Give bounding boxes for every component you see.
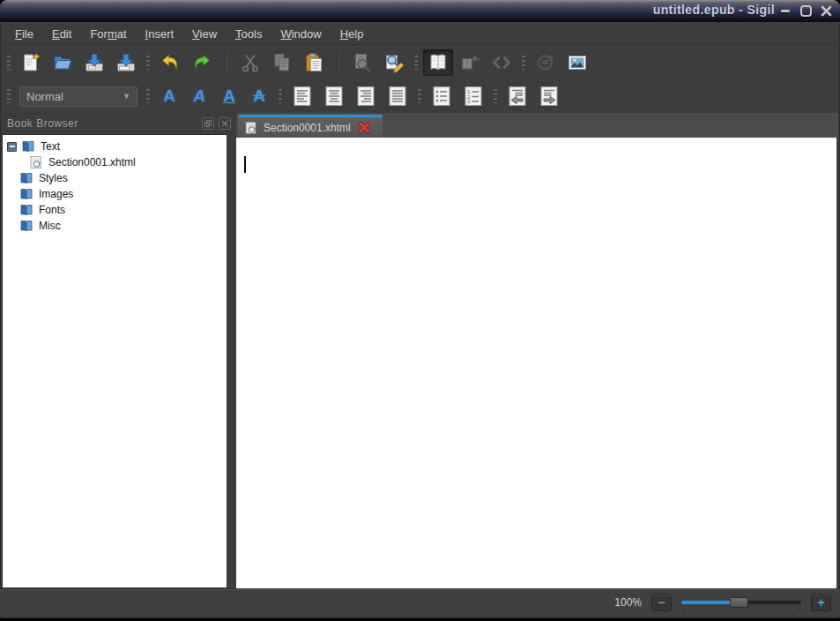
toolbar-handle[interactable] <box>522 56 525 70</box>
menu-insert[interactable]: Insert <box>138 25 182 43</box>
find-magnifier-icon <box>352 52 373 73</box>
format-toolbar: Normal ▼ A A A A <box>0 79 840 114</box>
zoom-slider[interactable] <box>681 595 801 610</box>
bullet-list-button[interactable] <box>427 83 457 109</box>
toolbar-handle[interactable] <box>494 89 497 103</box>
menu-help[interactable]: Help <box>332 25 372 43</box>
float-dock-button[interactable] <box>202 117 214 130</box>
titlebar[interactable]: untitled.epub - Sigil <box>0 0 840 22</box>
zoom-slider-handle[interactable] <box>730 597 748 608</box>
zoom-out-button[interactable]: − <box>651 594 672 611</box>
sigil-window: untitled.epub - Sigil File Edit Format I… <box>0 0 840 618</box>
outdent-button[interactable] <box>502 83 532 109</box>
strikethrough-button[interactable]: A <box>244 83 274 109</box>
split-book-icon <box>459 52 480 73</box>
cut-button[interactable] <box>235 49 265 76</box>
save-as-icon <box>115 52 137 73</box>
book-browser-header: Book Browser <box>0 113 236 134</box>
tab-section0001[interactable]: Section0001.xhtml <box>238 115 383 138</box>
heading-style-select[interactable]: Normal ▼ <box>19 86 138 107</box>
menu-window[interactable]: Window <box>272 25 329 43</box>
align-left-icon <box>292 86 313 107</box>
text-cursor <box>244 156 246 173</box>
menubar: File Edit Format Insert View Tools Windo… <box>0 22 840 45</box>
new-file-button[interactable] <box>16 49 46 76</box>
align-left-button[interactable] <box>287 83 317 109</box>
menu-tools[interactable]: Tools <box>227 25 270 43</box>
zoom-in-button[interactable]: + <box>811 594 831 611</box>
align-center-button[interactable] <box>319 83 349 109</box>
menu-edit[interactable]: Edit <box>44 25 79 43</box>
tree-item-misc[interactable]: Misc <box>3 218 227 234</box>
menu-view[interactable]: View <box>184 25 225 43</box>
bold-button[interactable]: A <box>154 83 184 109</box>
save-button[interactable] <box>79 49 109 76</box>
tree-item-images[interactable]: Images <box>3 186 227 202</box>
save-as-button[interactable] <box>111 49 141 76</box>
toolbar-handle[interactable] <box>418 89 421 103</box>
underline-button[interactable]: A <box>214 83 244 109</box>
indent-arrow-icon <box>539 86 560 107</box>
close-icon <box>821 5 832 17</box>
copy-button[interactable] <box>267 49 297 76</box>
zoom-slider-ticks <box>683 608 799 610</box>
minus-icon: − <box>658 596 665 609</box>
tree-item-styles[interactable]: Styles <box>3 170 227 186</box>
toolbar-handle[interactable] <box>279 89 282 103</box>
undo-button[interactable] <box>155 49 185 76</box>
chapter-break-icon <box>535 52 556 73</box>
chapter-break-button[interactable] <box>531 49 561 76</box>
numbered-list-button[interactable]: 1 2 3 <box>458 83 488 109</box>
editor-content-area[interactable] <box>236 138 836 590</box>
html-file-icon <box>29 155 43 169</box>
split-view-button[interactable] <box>455 49 485 76</box>
dock-header-buttons <box>202 117 231 130</box>
insert-image-button[interactable] <box>562 49 592 76</box>
toolbar-separator <box>338 52 338 73</box>
align-justify-button[interactable] <box>383 83 413 109</box>
find-replace-button[interactable] <box>379 49 409 76</box>
paste-button[interactable] <box>299 49 329 76</box>
redo-arrow-icon <box>191 52 212 73</box>
toolbar-handle[interactable] <box>146 56 150 70</box>
statusbar: 100% − + <box>0 589 840 616</box>
maximize-button[interactable] <box>799 4 813 19</box>
collapse-expander-icon[interactable] <box>7 142 17 152</box>
menu-file[interactable]: File <box>7 25 41 43</box>
close-button[interactable] <box>819 4 833 19</box>
bullet-list-icon <box>431 86 452 107</box>
tree-item-text[interactable]: Text <box>3 138 227 154</box>
italic-button[interactable]: A <box>184 83 214 109</box>
window-controls <box>778 4 833 19</box>
save-icon <box>84 52 105 73</box>
find-button[interactable] <box>347 49 377 76</box>
find-replace-pencil-icon <box>383 52 405 73</box>
plus-icon: + <box>817 596 824 609</box>
align-right-button[interactable] <box>351 83 381 109</box>
toolbar-handle[interactable] <box>7 89 11 103</box>
tree-item-section0001[interactable]: Section0001.xhtml <box>3 154 227 170</box>
book-view-button[interactable] <box>423 49 453 76</box>
align-justify-icon <box>387 86 408 107</box>
book-folder-icon <box>19 219 33 233</box>
align-center-icon <box>323 86 345 107</box>
toolbar-handle[interactable] <box>146 89 150 103</box>
indent-button[interactable] <box>534 83 564 109</box>
align-right-icon <box>355 86 376 107</box>
redo-button[interactable] <box>187 49 217 76</box>
close-dock-button[interactable] <box>219 117 231 130</box>
scissors-icon <box>240 52 261 73</box>
open-file-button[interactable] <box>48 49 78 76</box>
new-file-icon <box>20 52 41 73</box>
close-tab-icon[interactable] <box>358 121 371 134</box>
menu-format[interactable]: Format <box>82 25 134 43</box>
tree-item-label: Images <box>39 188 73 200</box>
toolbar-handle[interactable] <box>414 56 418 70</box>
code-view-button[interactable] <box>487 49 517 76</box>
toolbar-handle[interactable] <box>7 56 11 70</box>
tree-item-fonts[interactable]: Fonts <box>3 202 227 218</box>
clipboard-paste-icon <box>303 52 324 73</box>
float-window-icon <box>204 120 212 127</box>
minimize-button[interactable] <box>778 4 792 19</box>
tree-item-label: Fonts <box>39 204 65 216</box>
